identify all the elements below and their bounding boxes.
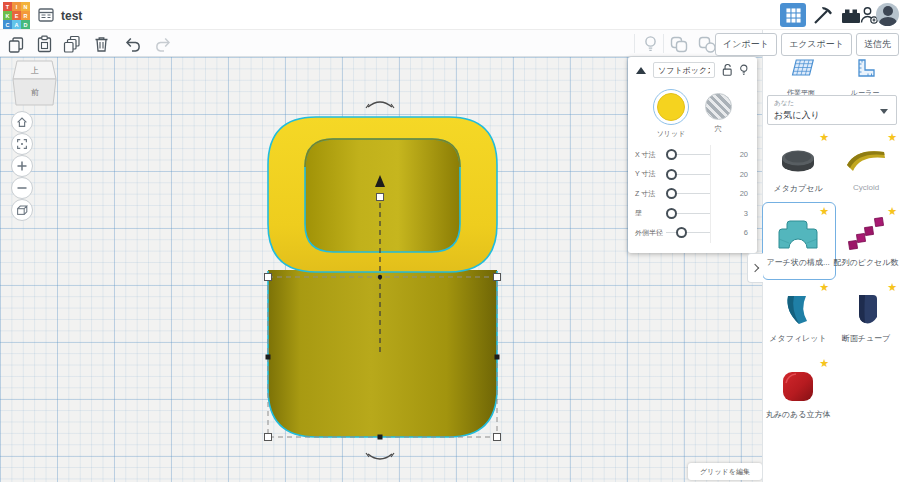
edit-grid-button[interactable]: グリッドを編集: [688, 463, 762, 480]
paste-button[interactable]: [34, 34, 54, 54]
solid-color-circle: [657, 93, 685, 121]
trash-icon: [93, 35, 110, 53]
workplane-tool[interactable]: 作業平面: [771, 57, 831, 98]
ruler-tool[interactable]: ルーラー: [835, 57, 895, 98]
user-avatar[interactable]: [876, 3, 899, 26]
favorite-star-icon[interactable]: ★: [819, 131, 829, 143]
slider-value[interactable]: 6: [710, 223, 757, 243]
cycloid-thumb: [844, 143, 888, 177]
send-to-button[interactable]: 送信先: [856, 33, 899, 56]
perspective-icon: [15, 203, 29, 217]
unlock-icon[interactable]: [722, 63, 732, 77]
hole-label: 穴: [700, 124, 736, 134]
ruler-icon: [853, 57, 877, 81]
shape-card-rounded-cube[interactable]: ★ 丸みのある立方体: [766, 359, 830, 429]
favorite-star-icon[interactable]: ★: [887, 131, 897, 143]
slider-knob[interactable]: [666, 169, 677, 180]
rotate-handle-top[interactable]: [368, 102, 392, 107]
copy-button[interactable]: [6, 34, 26, 54]
minus-icon: [16, 182, 28, 194]
slider-knob[interactable]: [666, 188, 677, 199]
export-button[interactable]: エクスポート: [781, 33, 852, 56]
slider-value[interactable]: 20: [710, 145, 757, 165]
favorite-star-icon[interactable]: ★: [819, 205, 829, 217]
corner-handle-sw[interactable]: [265, 434, 272, 441]
fit-view-button[interactable]: [11, 133, 33, 155]
favorite-star-icon[interactable]: ★: [819, 357, 829, 369]
corner-handle-ne[interactable]: [494, 274, 501, 281]
softbox-shape[interactable]: [268, 117, 497, 437]
slider-knob[interactable]: [666, 208, 677, 219]
shape-name-input[interactable]: [653, 62, 715, 78]
edit-toolbar: [0, 30, 762, 57]
undo-button[interactable]: [123, 34, 143, 54]
grid-icon: [786, 8, 801, 23]
rotate-handle-bottom[interactable]: [368, 454, 392, 459]
dashboard-button[interactable]: [780, 3, 806, 27]
slider-row-outer-radius: 外側半径 6: [628, 223, 757, 243]
design-title[interactable]: test: [61, 9, 82, 23]
home-icon: [15, 115, 29, 129]
tube-section-thumb: [844, 293, 888, 327]
slider-knob[interactable]: [676, 227, 687, 238]
redo-button[interactable]: [152, 34, 172, 54]
undo-icon: [124, 36, 143, 53]
slider-row-z: Z 寸法 20: [628, 184, 757, 204]
solid-label: ソリッド: [650, 129, 692, 139]
view-cube[interactable]: 上 前: [8, 58, 60, 110]
shape-category-dropdown[interactable]: あなた お気に入り: [767, 95, 897, 125]
slider-knob[interactable]: [666, 149, 677, 160]
plus-icon: [16, 160, 28, 172]
slider-row-y: Y 寸法 20: [628, 165, 757, 185]
tinkercad-window: 上 前 グリッドを編集 T I N K: [0, 0, 900, 482]
copy-icon: [7, 36, 25, 53]
shape-card-metacapsule[interactable]: ★ メタカプセル: [766, 133, 830, 203]
delete-button[interactable]: [91, 34, 111, 54]
favorite-star-icon[interactable]: ★: [887, 205, 897, 217]
chevron-down-icon: [880, 109, 888, 114]
panel-collapse-tab[interactable]: [747, 253, 763, 283]
show-all-button[interactable]: [640, 34, 660, 54]
shape-card-arch[interactable]: ★ アーチ状の構成...: [766, 207, 830, 277]
edge-handle-w[interactable]: [266, 355, 271, 360]
zoom-in-button[interactable]: [11, 155, 33, 177]
duplicate-button[interactable]: [61, 34, 81, 54]
chevron-right-icon: [750, 264, 758, 272]
perspective-toggle-button[interactable]: [11, 199, 33, 221]
edge-handle-s[interactable]: [378, 435, 383, 440]
view-cube-front-label: 前: [31, 88, 39, 97]
shape-card-tube-section[interactable]: ★ 断面チューブ: [834, 283, 898, 353]
slider-value[interactable]: 20: [710, 184, 757, 204]
edge-handle-e[interactable]: [495, 355, 500, 360]
import-button[interactable]: インポート: [715, 33, 777, 56]
shape-card-metafillet[interactable]: ★ メタフィレット: [766, 283, 830, 353]
slider-row-wall: 壁 3: [628, 204, 757, 224]
view-cube-top-label: 上: [30, 66, 39, 75]
favorite-star-icon[interactable]: ★: [887, 281, 897, 293]
home-view-button[interactable]: [11, 111, 33, 133]
design-properties-icon[interactable]: [38, 7, 55, 27]
favorite-star-icon[interactable]: ★: [819, 281, 829, 293]
tinkercad-logo[interactable]: T I N K E R C A D: [3, 2, 30, 29]
group-button[interactable]: [669, 34, 689, 54]
ungroup-icon: [698, 35, 716, 53]
shape-card-cycloid[interactable]: ★ Cycloid: [834, 133, 898, 203]
solid-swatch[interactable]: ソリッド: [650, 89, 692, 139]
height-scale-handle[interactable]: [377, 194, 384, 201]
build-mode-button[interactable]: [810, 3, 836, 27]
shape-card-pixel-array[interactable]: ★ 配列のピクセル数: [834, 207, 898, 277]
zoom-out-button[interactable]: [11, 177, 33, 199]
lightbulb-icon: [643, 35, 658, 53]
hide-lightbulb-icon[interactable]: [739, 63, 749, 77]
paste-icon: [36, 35, 53, 53]
collapse-panel-icon[interactable]: [636, 67, 646, 74]
corner-handle-nw[interactable]: [265, 274, 272, 281]
slider-row-x: X 寸法 20: [628, 145, 757, 165]
metafillet-thumb: [776, 293, 820, 327]
ungroup-button[interactable]: [697, 34, 717, 54]
slider-value[interactable]: 20: [710, 165, 757, 185]
arch-thumb: [776, 217, 820, 251]
corner-handle-se[interactable]: [494, 434, 501, 441]
hole-swatch[interactable]: 穴: [700, 93, 736, 134]
slider-value[interactable]: 3: [710, 204, 757, 224]
